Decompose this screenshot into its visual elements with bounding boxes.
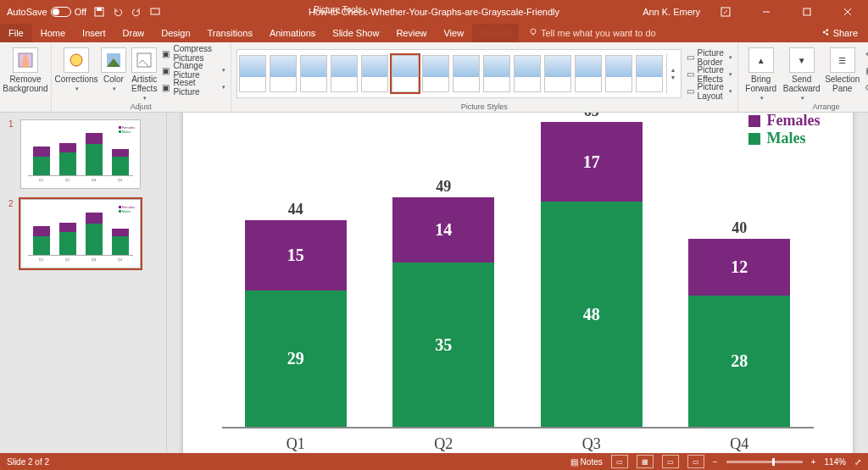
svg-point-18 [70,54,82,66]
remove-background-button[interactable]: Remove Background [5,44,46,93]
change-picture-icon: ▣ [162,66,170,75]
share-button[interactable]: Share [821,24,868,42]
maximize-button[interactable] [792,0,822,24]
style-thumb-selected[interactable] [392,55,419,92]
change-picture-button[interactable]: ▣ Change Picture▾ [162,63,225,78]
statusbar: Slide 2 of 2 ▤ Notes ▭ ▦ ▭ ▭ − + 114% ⤢ [0,453,868,470]
style-thumb[interactable] [239,55,266,92]
svg-line-14 [824,32,827,35]
group-arrange: ▲ Bring Forward▾ ▼ Send Backward▾ ☰ Sele… [738,42,868,112]
svg-point-8 [531,29,536,34]
bar-Q2: 491435 [392,178,494,427]
reset-picture-icon: ▣ [162,83,170,92]
slideshow-view-button[interactable]: ▭ [687,455,704,468]
picture-styles-gallery[interactable]: ▴▾ [236,49,682,98]
zoom-slider[interactable] [726,461,803,463]
tab-home[interactable]: Home [32,24,74,42]
picture-border-button[interactable]: ▭ Picture Border▾ [687,50,732,65]
chart-x-axis: Q1Q2Q3Q4 [222,432,814,453]
reading-view-button[interactable]: ▭ [662,455,679,468]
corrections-button[interactable]: Corrections▾ [57,44,96,92]
ribbon-options-button[interactable] [710,0,741,24]
send-backward-button[interactable]: ▼ Send Backward▾ [784,44,820,102]
autosave-state: Off [75,7,86,17]
style-thumb[interactable] [605,55,632,92]
svg-rect-17 [22,60,29,67]
close-button[interactable] [832,0,863,24]
account-name[interactable]: Ann K. Emery [643,7,700,17]
bar-segment-males: 35 [392,263,494,427]
svg-rect-1 [97,8,102,11]
tab-file[interactable]: File [0,24,32,42]
picture-effects-icon: ▭ [687,69,694,79]
tab-format[interactable]: Format [472,24,519,42]
tab-review[interactable]: Review [387,24,435,42]
style-thumb[interactable] [331,55,358,92]
gallery-more-button[interactable]: ▴▾ [666,53,679,94]
send-backward-icon: ▼ [789,47,815,73]
color-button[interactable]: Color▾ [101,44,126,92]
slide-canvas[interactable]: Females Males 441529491435651748401228 Q… [183,113,853,453]
style-thumb[interactable] [422,55,449,92]
x-axis-label: Q1 [287,435,305,453]
picture-effects-button[interactable]: ▭ Picture Effects▾ [687,67,732,82]
chart-plot-area: 441529491435651748401228 [222,120,814,429]
save-icon[interactable] [93,6,105,18]
minimize-button[interactable] [751,0,782,24]
style-thumb[interactable] [575,55,602,92]
bar-total-label: 49 [436,178,451,196]
slide-thumbnails-panel[interactable]: 1 FemalesMalesQ1Q2Q3Q4 2 FemalesMalesQ1Q… [0,113,167,453]
style-thumb[interactable] [270,55,297,92]
tell-me-search[interactable]: Tell me what you want to do [519,24,656,42]
artistic-effects-button[interactable]: Artistic Effects▾ [131,44,157,102]
style-thumb[interactable] [453,55,480,92]
tab-insert[interactable]: Insert [74,24,114,42]
bar-Q1: 441529 [245,201,347,427]
tell-me-placeholder: Tell me what you want to do [541,28,656,38]
artistic-effects-icon [131,47,157,73]
reset-picture-button[interactable]: ▣ Reset Picture▾ [162,80,225,95]
selection-pane-button[interactable]: ☰ Selection Pane [825,44,860,93]
slide-sorter-view-button[interactable]: ▦ [637,455,654,468]
fit-to-window-button[interactable]: ⤢ [854,457,861,467]
slide-editor-area[interactable]: Females Males 441529491435651748401228 Q… [167,113,868,453]
normal-view-button[interactable]: ▭ [611,455,628,468]
tab-draw[interactable]: Draw [114,24,153,42]
tab-design[interactable]: Design [153,24,198,42]
group-adjust: Corrections▾ Color▾ Artistic Effects▾ [52,42,231,112]
ribbon-tabstrip: File Home Insert Draw Design Transitions… [0,24,868,42]
style-thumb[interactable] [544,55,571,92]
titlebar: AutoSave Off Picture Tools How-to-Check-… [0,0,868,24]
style-thumb[interactable] [636,55,663,92]
bar-segment-females: 15 [245,220,347,290]
zoom-percent[interactable]: 114% [824,457,846,467]
tab-animations[interactable]: Animations [261,24,324,42]
selection-pane-icon: ☰ [830,47,855,73]
remove-background-icon [13,47,38,73]
bar-total-label: 40 [732,219,747,237]
picture-border-icon: ▭ [687,53,694,62]
tab-slide-show[interactable]: Slide Show [324,24,387,42]
thumbnail-slide-1[interactable]: 1 FemalesMalesQ1Q2Q3Q4 [8,119,158,189]
compress-pictures-button[interactable]: ▣ Compress Pictures [162,46,225,61]
stacked-bar-chart[interactable]: Females Males 441529491435651748401228 Q… [209,113,827,453]
zoom-out-button[interactable]: − [713,457,718,467]
start-from-beginning-icon[interactable] [149,6,161,18]
thumbnail-slide-2[interactable]: 2 FemalesMalesQ1Q2Q3Q4 [8,199,158,268]
undo-icon[interactable] [112,6,124,18]
style-thumb[interactable] [361,55,388,92]
autosave-toggle[interactable]: AutoSave Off [7,7,86,17]
picture-layout-button[interactable]: ▭ Picture Layout▾ [687,84,732,99]
tab-transitions[interactable]: Transitions [199,24,261,42]
style-thumb[interactable] [483,55,510,92]
slide-indicator: Slide 2 of 2 [7,457,49,467]
redo-icon[interactable] [131,6,142,18]
style-thumb[interactable] [300,55,327,92]
notes-button[interactable]: ▤ Notes [570,457,603,467]
zoom-in-button[interactable]: + [811,457,816,467]
picture-styles-group-label: Picture Styles [236,102,732,112]
svg-point-16 [23,55,28,60]
style-thumb[interactable] [514,55,541,92]
tab-view[interactable]: View [435,24,472,42]
bring-forward-button[interactable]: ▲ Bring Forward▾ [743,44,779,102]
